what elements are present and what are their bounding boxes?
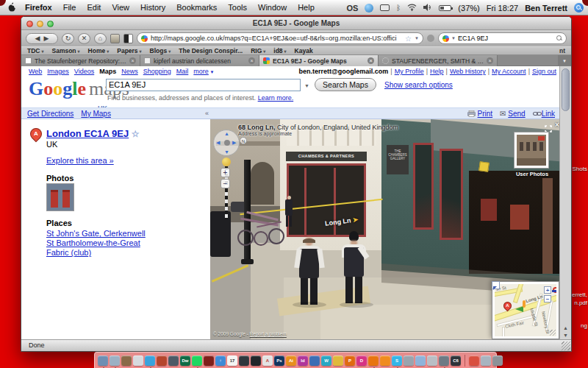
dock-icon-14[interactable]	[251, 355, 261, 366]
street-view-panorama[interactable]: CHAMBERS & PARTNERS THE CHAMBERS GALLERY	[210, 119, 559, 339]
dock-icon-1[interactable]	[98, 355, 108, 366]
explore-area-link[interactable]: Explore this area »	[46, 156, 114, 165]
pan-left-icon[interactable]: ◀	[216, 140, 220, 146]
menu-bookmarks[interactable]: Bookmarks	[176, 3, 217, 12]
place-link-st-bartholomew[interactable]: St Bartholomew-the-Great	[46, 238, 140, 247]
window-title-bar[interactable]: EC1A 9EJ - Google Maps	[21, 17, 571, 30]
battery-icon[interactable]	[439, 5, 451, 11]
send-control[interactable]: ✉ Send	[500, 110, 526, 118]
close-tab-icon[interactable]: ×	[129, 57, 136, 64]
bookmark-folder-home[interactable]: Home▾	[88, 47, 110, 54]
dock-icon-calculator[interactable]	[427, 355, 437, 366]
desktop-icon-label[interactable]: ng	[581, 322, 587, 329]
scroll-down-arrow[interactable]: ▼	[560, 333, 571, 338]
displays-icon[interactable]	[380, 4, 390, 11]
dock-icon-spotify[interactable]	[192, 355, 202, 366]
bluetooth-icon[interactable]: ᛒ	[396, 4, 401, 12]
tab-staufenberger-repository[interactable]: The Staufenberger Repository: ... ×	[21, 55, 140, 66]
close-tab-icon[interactable]: ×	[487, 57, 493, 64]
bookmark-folder-tdc[interactable]: TDC▾	[27, 47, 44, 54]
bookmark-star-icon[interactable]: ☆	[405, 35, 412, 43]
zoom-out-button[interactable]: −	[220, 179, 230, 188]
minimap-zoom-in-button[interactable]: +	[544, 286, 551, 294]
menu-file[interactable]: File	[63, 3, 76, 12]
url-input[interactable]	[151, 35, 402, 42]
tab-google-maps-active[interactable]: EC1A 9EJ - Google Maps ×	[259, 55, 379, 66]
dock-icon-itunes[interactable]	[145, 355, 155, 366]
back-forward-buttons[interactable]: ◀▶	[26, 33, 58, 44]
search-maps-button[interactable]: Search Maps	[315, 78, 376, 91]
bookmark-cut-off[interactable]: nt	[559, 47, 565, 54]
close-tab-icon[interactable]: ×	[368, 57, 374, 64]
bookmark-kayak[interactable]: Kayak	[295, 47, 313, 54]
dock-icon-person[interactable]	[469, 355, 479, 366]
home-button[interactable]: ⌂	[94, 33, 107, 44]
bookmark-folder-blogs[interactable]: Blogs▾	[150, 47, 171, 54]
link-help[interactable]: Help	[430, 68, 444, 77]
dock-icon-30[interactable]	[439, 355, 449, 366]
dock-icon-firefox[interactable]	[368, 355, 379, 366]
menu-tools[interactable]: Tools	[228, 3, 247, 12]
nav-videos[interactable]: Videos	[74, 68, 94, 77]
stop-button[interactable]: ✕	[78, 33, 90, 44]
window-resize-grip[interactable]	[562, 342, 570, 350]
nav-news[interactable]: News	[121, 68, 138, 77]
scrollbar-thumb[interactable]	[562, 68, 570, 111]
dock-icon-window[interactable]	[481, 355, 491, 366]
map-marker-a[interactable]: A	[28, 126, 45, 143]
pan-compass-control[interactable]: ▲ ▼ ◀ ▶	[213, 130, 240, 156]
bookmark-design-conspiracy[interactable]: The Design Conspir...	[179, 47, 243, 54]
minimize-window-button[interactable]	[37, 21, 43, 27]
url-dropdown-icon[interactable]: ▼	[415, 36, 419, 40]
tab-kipferl[interactable]: kipferl austrian delicatessen ×	[140, 55, 259, 66]
dock-icon-20[interactable]: W	[321, 355, 331, 366]
dock-icon-21[interactable]	[333, 355, 343, 366]
dock-icon-eyetv[interactable]	[380, 355, 390, 366]
get-directions-link[interactable]: Get Directions	[27, 110, 74, 118]
close-streetview-button[interactable]: ×	[555, 121, 559, 129]
feed-icon[interactable]	[427, 35, 434, 42]
user-photos-thumbnail[interactable]	[514, 132, 549, 169]
dock-icon-6[interactable]	[157, 355, 167, 366]
nav-more[interactable]: more ▼	[193, 68, 214, 77]
menu-help[interactable]: Help	[298, 3, 315, 12]
desktop-icon-label[interactable]: errett,	[572, 291, 587, 298]
pan-right-icon[interactable]: ▶	[232, 140, 236, 146]
dock-icon-dreamweaver[interactable]: Dw	[180, 355, 190, 366]
pegman-icon[interactable]	[224, 140, 230, 146]
my-maps-link[interactable]: My Maps	[81, 110, 111, 118]
dock-icon-mail[interactable]	[415, 355, 426, 366]
menu-clock[interactable]: Fri 18:27	[487, 4, 518, 13]
search-history-dropdown-icon[interactable]: ▼	[304, 83, 309, 88]
dock-icon-indesign[interactable]: Id	[298, 355, 308, 366]
scroll-up-arrow[interactable]: ▲	[560, 325, 571, 330]
minimap-pegman-icon[interactable]	[523, 300, 526, 308]
addon-stamp-icon[interactable]	[110, 34, 120, 43]
dock-icon-27[interactable]	[404, 355, 414, 366]
zoom-window-button[interactable]	[47, 21, 54, 27]
back-icon[interactable]: ◀	[35, 35, 40, 42]
bookmark-folder-rig[interactable]: RIG▾	[251, 47, 265, 54]
favorite-star-icon[interactable]: ☆	[132, 129, 140, 139]
search-engine-bar[interactable]: ▼	[438, 32, 567, 44]
engine-dropdown-icon[interactable]: ▼	[451, 36, 456, 40]
dock-icon-23[interactable]: D	[356, 355, 367, 366]
print-control[interactable]: Print	[467, 110, 492, 118]
maps-search-input[interactable]	[106, 79, 301, 91]
dock-icon-quicksilver[interactable]	[239, 355, 249, 366]
dock-icon-c6[interactable]: C6	[451, 355, 461, 366]
close-tab-icon[interactable]: ×	[248, 57, 255, 64]
tab-staufenberger-smith[interactable]: STAUFENBERGER, SMITH & BUTTE ×	[379, 55, 498, 66]
nav-shopping[interactable]: Shopping	[143, 68, 171, 77]
link-sign-out[interactable]: Sign out	[532, 68, 556, 77]
minimap-collapse-button[interactable]	[492, 281, 500, 289]
compass-north-badge[interactable]: N	[240, 137, 247, 144]
learn-more-link[interactable]: Learn more.	[258, 94, 294, 102]
page-scrollbar[interactable]: ▲ ▼	[559, 66, 571, 339]
menu-history[interactable]: History	[140, 3, 165, 12]
menu-firefox[interactable]: Firefox	[25, 3, 52, 12]
search-icon[interactable]	[556, 35, 562, 41]
link-web-history[interactable]: Web History	[450, 68, 486, 77]
dock-icon-ical[interactable]: 17	[227, 355, 237, 366]
nav-mail[interactable]: Mail	[176, 68, 189, 77]
